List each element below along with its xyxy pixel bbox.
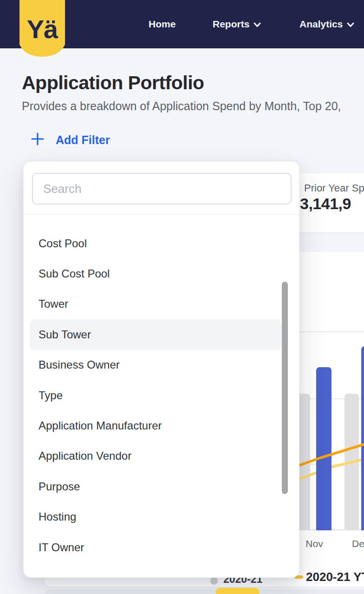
brand-logo-text: Yä bbox=[20, 14, 65, 44]
nav-reports-label: Reports bbox=[213, 19, 249, 30]
chevron-down-icon bbox=[347, 22, 354, 27]
brand-logo[interactable]: Yä bbox=[20, 0, 65, 59]
filter-option-hosting[interactable]: Hosting bbox=[24, 502, 299, 532]
legend-gray-dot-icon[interactable] bbox=[210, 577, 218, 585]
nav-analytics-label: Analytics bbox=[299, 19, 343, 30]
nav-home-label: Home bbox=[149, 19, 176, 30]
search-input[interactable] bbox=[32, 173, 292, 205]
legend-item-2020-21-ytd[interactable]: 2020-21 YT bbox=[306, 570, 364, 584]
filter-options-list: Cost Pool Sub Cost Pool Tower Sub Tower … bbox=[24, 228, 299, 562]
plus-icon bbox=[31, 132, 45, 148]
filter-option-sub-tower[interactable]: Sub Tower bbox=[30, 319, 281, 350]
chart-bar-blue bbox=[316, 367, 332, 530]
x-axis-label-dec: De bbox=[352, 538, 364, 549]
add-filter-button[interactable]: Add Filter bbox=[31, 132, 110, 148]
filter-option-cost-pool[interactable]: Cost Pool bbox=[24, 228, 299, 258]
chart-bar-blue bbox=[361, 346, 364, 530]
filter-dropdown-panel: Cost Pool Sub Cost Pool Tower Sub Tower … bbox=[23, 161, 299, 578]
chevron-down-icon bbox=[254, 22, 261, 27]
filter-option-sub-cost-pool[interactable]: Sub Cost Pool bbox=[24, 258, 299, 289]
filter-option-tower[interactable]: Tower bbox=[24, 289, 299, 319]
x-axis-label-nov: Nov bbox=[299, 538, 329, 549]
active-tab-indicator bbox=[216, 588, 259, 594]
divider bbox=[24, 214, 299, 215]
next-section-edge bbox=[44, 589, 364, 594]
add-filter-label: Add Filter bbox=[56, 133, 110, 147]
filter-option-type[interactable]: Type bbox=[24, 380, 299, 410]
filter-option-it-owner[interactable]: IT Owner bbox=[24, 532, 299, 562]
filter-option-purpose[interactable]: Purpose bbox=[24, 471, 299, 502]
filter-option-business-owner[interactable]: Business Owner bbox=[24, 350, 299, 380]
nav-item-analytics[interactable]: Analytics bbox=[299, 0, 354, 48]
page: Prior Year Spe 3,141,9 Nov De 2020-21 20… bbox=[0, 0, 364, 594]
nav-item-home[interactable]: Home bbox=[149, 0, 176, 48]
filter-option-application-vendor[interactable]: Application Vendor bbox=[24, 441, 299, 471]
filter-option-application-manufacturer[interactable]: Application Manufacturer bbox=[24, 410, 299, 441]
nav-item-reports[interactable]: Reports bbox=[213, 0, 261, 48]
dropdown-scrollbar[interactable] bbox=[282, 282, 288, 494]
